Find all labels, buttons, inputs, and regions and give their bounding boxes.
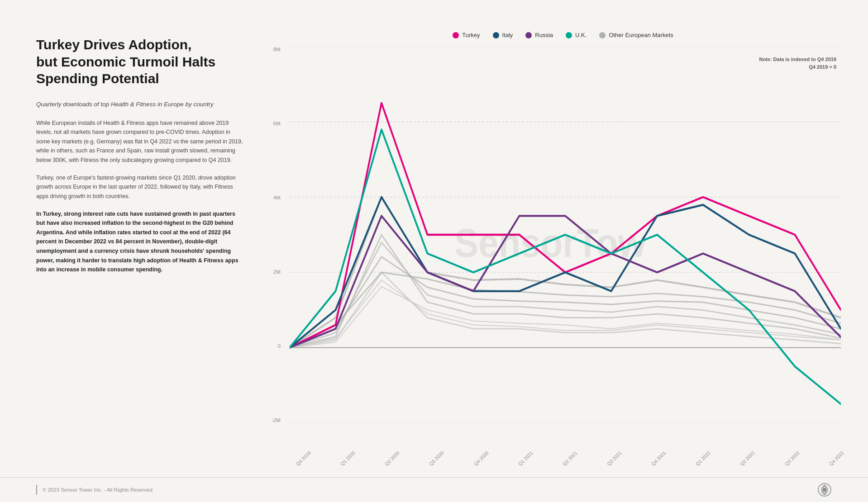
y-label-0: 0 <box>277 343 280 349</box>
x-label-q1-2020: Q1 2020 <box>339 450 356 467</box>
right-panel: Turkey Italy Russia U.K. Other European … <box>272 27 841 459</box>
legend-item-other: Other European Markets <box>599 32 673 38</box>
x-label-q4-2021: Q4 2021 <box>650 450 667 467</box>
italy-label: Italy <box>502 32 513 38</box>
footer-copyright: © 2023 Sensor Tower Inc. - All Rights Re… <box>43 487 153 493</box>
footer-left: © 2023 Sensor Tower Inc. - All Rights Re… <box>36 485 153 495</box>
page-title: Turkey Drives Adoption, but Economic Tur… <box>36 36 244 87</box>
x-label-q3-2020: Q3 2020 <box>428 450 445 467</box>
x-label-q2-2020: Q2 2020 <box>384 450 401 467</box>
sensortower-logo-icon <box>817 483 832 497</box>
legend-item-italy: Italy <box>493 32 513 38</box>
chart-svg: SensorTow <box>290 47 841 423</box>
chart-subtitle: Quarterly downloads of top Health & Fitn… <box>36 101 244 108</box>
uk-label: U.K. <box>575 32 587 38</box>
italy-dot <box>493 32 499 38</box>
x-label-q3-2022: Q3 2022 <box>783 450 800 467</box>
x-label-q3-2021: Q3 2021 <box>606 450 623 467</box>
y-label-2m: 2M <box>273 269 281 275</box>
y-label-4m: 4M <box>273 195 281 200</box>
main-content: Turkey Drives Adoption, but Economic Tur… <box>0 0 868 477</box>
chart-svg-wrapper: SensorTow <box>290 47 841 423</box>
y-axis: 8M 6M 4M 2M 0 -2M <box>272 47 284 423</box>
turkey-dot <box>453 32 459 38</box>
left-panel: Turkey Drives Adoption, but Economic Tur… <box>36 27 272 459</box>
turkey-label: Turkey <box>462 32 480 38</box>
footer: © 2023 Sensor Tower Inc. - All Rights Re… <box>0 477 868 502</box>
y-label-neg2m: -2M <box>272 417 281 423</box>
chart-legend: Turkey Italy Russia U.K. Other European … <box>272 32 841 38</box>
legend-item-turkey: Turkey <box>453 32 480 38</box>
y-label-8m: 8M <box>273 47 281 52</box>
x-label-q4-2022: Q4 2022 <box>828 450 844 467</box>
footer-divider <box>36 485 37 495</box>
x-label-q1-2021: Q1 2021 <box>517 450 534 467</box>
russia-label: Russia <box>535 32 553 38</box>
x-label-q2-2021: Q2 2021 <box>562 450 578 467</box>
body-paragraph-2: Turkey, one of Europe's fastest-growing … <box>36 173 244 201</box>
watermark-text: SensorTow <box>454 221 646 265</box>
body-paragraph-3: In Turkey, strong interest rate cuts hav… <box>36 209 244 275</box>
y-label-6m: 6M <box>273 121 281 126</box>
uk-line <box>290 130 841 404</box>
uk-dot <box>566 32 572 38</box>
x-axis-labels: Q4 2019 Q1 2020 Q2 2020 Q3 2020 Q4 2020 … <box>290 450 841 455</box>
x-label-q4-2020: Q4 2020 <box>472 450 489 467</box>
body-paragraph-1: While European installs of Health & Fitn… <box>36 118 244 165</box>
other-dot <box>599 32 606 38</box>
x-label-q2-2022: Q2 2022 <box>739 450 756 467</box>
chart-area: Note: Data is indexed to Q4 2019 Q4 2019… <box>272 47 841 459</box>
x-label-q1-2022: Q1 2022 <box>695 450 711 467</box>
x-label-q4-2019: Q4 2019 <box>295 450 312 467</box>
legend-item-uk: U.K. <box>566 32 587 38</box>
other-label: Other European Markets <box>609 32 673 38</box>
legend-item-russia: Russia <box>525 32 553 38</box>
russia-dot <box>525 32 532 38</box>
